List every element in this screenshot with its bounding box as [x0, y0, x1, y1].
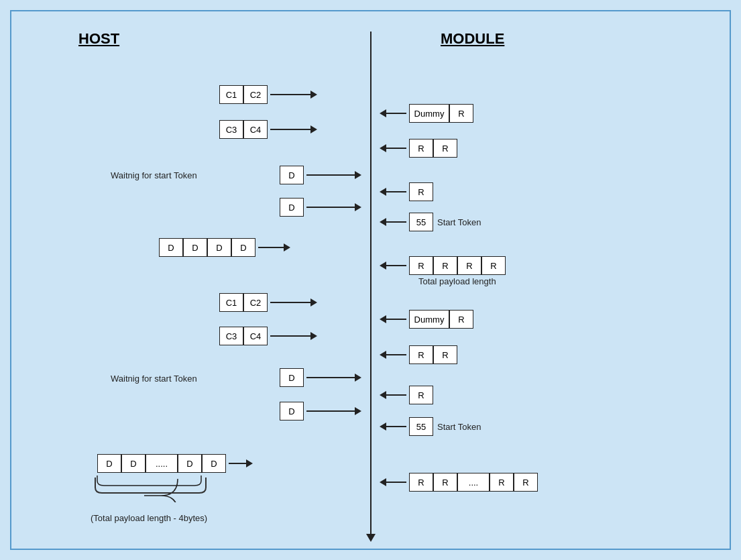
- box-c3: C3: [219, 120, 243, 139]
- arrow-right-row9: [306, 407, 361, 415]
- row-7-host: C3 C4: [219, 327, 320, 345]
- box-c2b: C2: [243, 293, 268, 312]
- label-waiting1: Waitnig for start Token: [111, 170, 197, 180]
- row-9-host: D: [280, 402, 364, 421]
- box-d10d: D: [202, 454, 226, 473]
- box-d9: D: [280, 402, 304, 421]
- box-55b: 55: [409, 417, 433, 436]
- row-8-module: R: [377, 386, 433, 404]
- row-5-host: D D D D: [159, 238, 293, 257]
- arrow-left-row10: [380, 478, 406, 486]
- label-waiting2: Waitnig for start Token: [111, 374, 197, 384]
- box-r8: R: [409, 386, 433, 404]
- box-d5d: D: [231, 238, 255, 257]
- box-d5b: D: [183, 238, 207, 257]
- row-5-module: R R R R: [377, 256, 506, 275]
- host-boxes-row10: D D ..... D D: [97, 454, 226, 473]
- box-r2b: R: [433, 139, 457, 158]
- arrow-right-row5: [258, 243, 290, 251]
- arrow-left-row7: [380, 351, 406, 359]
- arrow-right-row7: [270, 332, 317, 340]
- box-dots10m: ....: [457, 473, 490, 492]
- brace-bottom: [92, 474, 313, 511]
- box-r10d: R: [514, 473, 538, 492]
- box-d10c: D: [178, 454, 202, 473]
- row-10-host: D D ..... D D: [97, 454, 255, 473]
- box-r10b: R: [433, 473, 457, 492]
- box-r6: R: [449, 310, 473, 329]
- center-line: [370, 32, 372, 535]
- box-dummy1: Dummy: [409, 104, 449, 123]
- host-boxes-row2: C3 C4: [219, 120, 268, 139]
- box-55a: 55: [409, 213, 433, 231]
- row-3-module: R: [377, 182, 433, 201]
- box-dots10: .....: [146, 454, 178, 473]
- row-1: C1 C2: [219, 85, 320, 104]
- label-start-token1: Start Token: [437, 217, 481, 227]
- box-r5a: R: [409, 256, 433, 275]
- box-r7a: R: [409, 345, 433, 364]
- arrow-right-row8: [306, 374, 361, 382]
- box-c1b: C1: [219, 293, 243, 312]
- row-3-host: D: [280, 166, 364, 184]
- module-boxes-row10: R R .... R R: [409, 473, 538, 492]
- arrow-left-row6: [380, 315, 406, 323]
- box-r2a: R: [409, 139, 433, 158]
- module-header: MODULE: [441, 30, 504, 48]
- host-boxes-row7: C3 C4: [219, 327, 268, 345]
- label-payload-bytes: (Total payload length - 4bytes): [91, 513, 207, 523]
- arrow-right-row4: [306, 203, 361, 211]
- box-r10c: R: [490, 473, 514, 492]
- arrow-right-row10: [229, 459, 253, 467]
- row-6-host: C1 C2: [219, 293, 320, 312]
- row-7-module: R R: [377, 345, 457, 364]
- box-d8: D: [280, 368, 304, 387]
- row-4-module: 55 Start Token: [377, 213, 481, 231]
- box-r5b: R: [433, 256, 457, 275]
- row-2-host: C3 C4: [219, 120, 320, 139]
- row-8-host: D: [280, 368, 364, 387]
- module-boxes-row1: Dummy R: [409, 104, 473, 123]
- host-boxes-row5: D D D D: [159, 238, 255, 257]
- box-r7b: R: [433, 345, 457, 364]
- arrow-left-row5: [380, 262, 406, 270]
- row-6-module: Dummy R: [377, 310, 473, 329]
- box-d5c: D: [207, 238, 231, 257]
- box-c2: C2: [243, 85, 268, 104]
- host-boxes-row6: C1 C2: [219, 293, 268, 312]
- box-c4b: C4: [243, 327, 268, 345]
- box-c3b: C3: [219, 327, 243, 345]
- arrow-right-row2: [270, 125, 317, 133]
- module-boxes-row6: Dummy R: [409, 310, 473, 329]
- box-r10a: R: [409, 473, 433, 492]
- arrow-left-row3: [380, 188, 406, 196]
- label-total-payload1: Total payload length: [418, 276, 496, 286]
- row-2-module: R R: [377, 139, 457, 158]
- arrow-right-row3: [306, 171, 361, 179]
- diagram-container: HOST MODULE C1 C2 Dummy R C3 C4: [10, 10, 731, 550]
- host-header: HOST: [78, 30, 119, 48]
- box-c1: C1: [219, 85, 243, 104]
- module-boxes-row2: R R: [409, 139, 457, 158]
- arrow-right-row1: [270, 91, 317, 99]
- row-4-host: D: [280, 198, 364, 217]
- module-boxes-row5: R R R R: [409, 256, 506, 275]
- box-d10b: D: [121, 454, 146, 473]
- arrow-left-row8: [380, 391, 406, 399]
- arrow-right-row6: [270, 298, 317, 306]
- box-r5c: R: [457, 256, 481, 275]
- row-9-module: 55 Start Token: [377, 417, 481, 436]
- box-r5d: R: [481, 256, 506, 275]
- box-c4: C4: [243, 120, 268, 139]
- arrow-left-row4: [380, 218, 406, 226]
- host-boxes-row1: C1 C2: [219, 85, 268, 104]
- row-1-module: Dummy R: [377, 104, 473, 123]
- box-d4: D: [280, 198, 304, 217]
- box-d3: D: [280, 166, 304, 184]
- box-d10a: D: [97, 454, 121, 473]
- row-10-module: R R .... R R: [377, 473, 538, 492]
- module-boxes-row7: R R: [409, 345, 457, 364]
- arrow-left-row2: [380, 144, 406, 152]
- box-d5a: D: [159, 238, 183, 257]
- box-dummy2: Dummy: [409, 310, 449, 329]
